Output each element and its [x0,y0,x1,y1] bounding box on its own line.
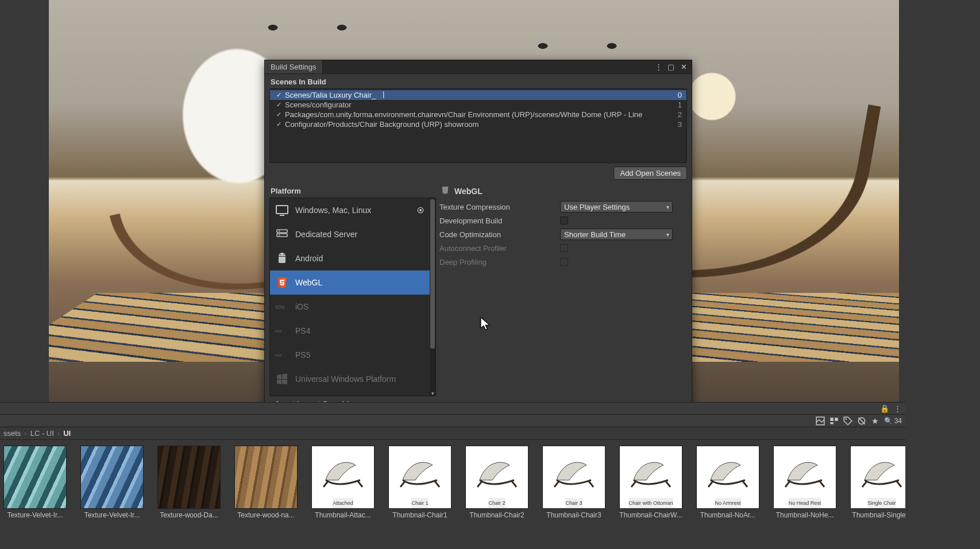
autoconnect-profiler-label: Autoconnect Profiler [439,244,560,253]
scene-row[interactable]: Configurator/Products/Chair Background (… [270,119,686,129]
platform-name: PS4 [295,326,425,335]
favorite-icon[interactable]: ★ [870,416,881,426]
scene-name: Scenes/Talia Luxury Chair_ [285,91,668,99]
platform-settings-header: WebGL [439,185,687,200]
breadcrumb-item[interactable]: UI [63,429,71,438]
texture-compression-label: Texture Compression [439,203,560,211]
platform-name: WebGL [295,278,425,287]
asset-grid[interactable]: Texture-Velvet-Ir...Texture-Velvet-Ir...… [0,440,905,525]
svg-point-6 [279,231,280,232]
scene-index: 0 [668,91,682,99]
panel-menu-icon[interactable]: ⋮ [893,404,902,413]
asset-thumbnail: Chair 3 [542,446,605,509]
window-maximize-icon[interactable]: ▢ [666,63,676,72]
add-open-scenes-button[interactable]: Add Open Scenes [614,167,687,180]
android-icon [275,251,290,266]
code-optimization-dropdown[interactable]: Shorter Build Time [560,229,673,240]
breadcrumb-item[interactable]: ssets [3,429,21,438]
search-count-value: 34 [894,417,902,425]
platform-item-standalone[interactable]: Windows, Mac, Linux [270,198,430,222]
platform-label: Platform [269,185,436,198]
deep-profiling-label: Deep Profiling [439,258,560,266]
asset-label: Texture-Velvet-Ir... [7,511,63,519]
build-settings-window: Build Settings ⋮ ▢ ✕ Scenes In Build Sce… [264,60,692,462]
scene-name: Packages/com.unity.forma.environment.cha… [285,110,668,119]
texture-compression-dropdown[interactable]: Use Player Settings [560,201,673,212]
platform-item-dedicated-server[interactable]: Dedicated Server [270,222,430,246]
desktop-icon [275,203,290,218]
platform-item-webgl[interactable]: WebGL [270,270,430,295]
code-optimization-value: Shorter Build Time [564,230,626,239]
platform-item-ps4[interactable]: PS4 PS4 [270,319,430,343]
project-panel: 🔒 ⋮ ★ 🔍 34 ssets › LC - UI › UI Texture-… [0,402,905,547]
toolbar-icon[interactable] [815,416,825,426]
platform-item-android[interactable]: Android [270,246,430,270]
html5-icon [441,185,450,196]
html5-icon [275,275,290,290]
asset-tile[interactable]: Single ChairThumbnail-Single... [850,446,905,519]
asset-caption: No Armrest [715,498,740,508]
asset-tile[interactable]: AttachedThumbnail-Attac... [311,446,375,519]
scene-checkbox-icon[interactable] [275,101,283,109]
ps5-icon: PS5 [275,347,290,362]
asset-tile[interactable]: Texture-Velvet-Ir... [80,446,144,519]
panel-topbar: 🔒 ⋮ [0,402,905,415]
build-settings-tab[interactable]: Build Settings [265,60,323,74]
asset-thumbnail [3,446,67,509]
current-platform-icon [416,206,425,215]
build-settings-tab-label: Build Settings [271,63,317,71]
asset-label: Texture-wood-Da... [160,511,218,519]
windows-icon [275,372,290,386]
asset-tile[interactable]: Texture-wood-na... [234,446,298,519]
toolbar-icon[interactable] [829,416,839,426]
asset-thumbnail [234,446,298,509]
asset-thumbnail: Chair 2 [465,446,528,509]
platform-item-uwp[interactable]: Universal Windows Platform [270,367,430,391]
svg-point-7 [279,235,280,236]
scenes-in-build-label: Scenes In Build [269,76,687,88]
scene-checkbox-icon[interactable] [275,111,283,119]
scene-row[interactable]: Packages/com.unity.forma.environment.cha… [270,110,686,119]
asset-tile[interactable]: Chair with OttomanThumbnail-ChairW... [619,446,682,519]
svg-text:PS5: PS5 [275,354,282,357]
platform-name: Windows, Mac, Linux [295,206,410,215]
development-build-label: Development Build [439,216,560,225]
scenes-list[interactable]: Scenes/Talia Luxury Chair_ 0 | Scenes/co… [269,88,687,163]
asset-caption: No Head Rest [789,498,821,508]
asset-caption: Attached [333,498,353,508]
asset-tile[interactable]: No Head RestThumbnail-NoHe... [773,446,836,519]
window-menu-icon[interactable]: ⋮ [654,63,663,72]
svg-point-8 [280,254,281,256]
asset-thumbnail: No Armrest [696,446,759,509]
breadcrumb-item[interactable]: LC - UI [30,429,54,438]
platform-item-ios[interactable]: iOS iOS [270,295,430,319]
svg-rect-0 [276,206,288,214]
panel-lock-icon[interactable]: 🔒 [880,404,889,413]
development-build-checkbox[interactable] [560,216,568,225]
svg-rect-4 [277,230,287,233]
platform-scrollbar[interactable]: ▴ ▾ [430,198,435,396]
asset-tile[interactable]: Chair 1Thumbnail-Chair1 [388,446,452,519]
hidden-icon[interactable] [856,416,867,426]
asset-tile[interactable]: No ArmrestThumbnail-NoAr... [696,446,759,519]
scene-checkbox-icon[interactable] [275,91,283,99]
search-glyph-icon: 🔍 [884,417,893,425]
platform-name: Universal Windows Platform [295,374,425,384]
asset-caption: Chair 2 [488,498,505,508]
window-close-icon[interactable]: ✕ [679,63,688,72]
asset-label: Thumbnail-NoHe... [776,511,834,519]
scene-checkbox-icon[interactable] [275,121,283,129]
tag-icon[interactable] [843,416,853,426]
platform-name: PS5 [295,350,425,359]
asset-caption: Chair 1 [411,498,428,508]
asset-tile[interactable]: Texture-Velvet-Ir... [3,446,67,519]
asset-tile[interactable]: Chair 2Thumbnail-Chair2 [465,446,528,519]
asset-tile[interactable]: Texture-wood-Da... [157,446,221,519]
asset-tile[interactable]: Chair 3Thumbnail-Chair3 [542,446,605,519]
svg-point-17 [845,418,847,420]
platform-item-ps5[interactable]: PS5 PS5 [270,343,430,367]
scene-index: 1 [668,100,682,109]
scene-row[interactable]: Scenes/Talia Luxury Chair_ 0 [270,90,686,100]
scene-row[interactable]: Scenes/configurator 1 [270,100,686,110]
scene-name: Scenes/configurator [285,100,668,109]
